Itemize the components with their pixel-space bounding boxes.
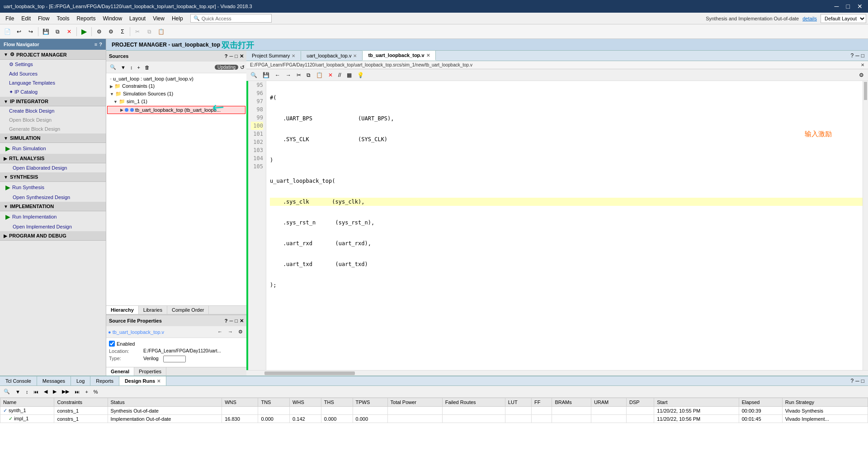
editor-cut-btn[interactable]: ✂ xyxy=(294,71,303,79)
editor-tab-project-summary[interactable]: Project Summary ✕ xyxy=(246,51,301,60)
editor-maximize-icon[interactable]: □ xyxy=(861,52,864,59)
nav-open-block-design[interactable]: Open Block Design xyxy=(0,115,106,124)
menu-window[interactable]: Window xyxy=(99,14,126,23)
nav-create-block-design[interactable]: Create Block Design xyxy=(0,106,106,115)
dr-prev-btn[interactable]: ◀ xyxy=(42,388,49,395)
nav-section-header-synthesis[interactable]: ▼ SYNTHESIS xyxy=(0,172,106,182)
editor-vscrollbar[interactable] xyxy=(863,81,868,370)
sources-tab-compile-order[interactable]: Compile Order xyxy=(167,306,209,314)
menu-flow[interactable]: Flow xyxy=(34,14,53,23)
tree-item-sim1[interactable]: ▼ 📁 sim_1 (1) xyxy=(106,98,246,105)
tree-item-sim-sources[interactable]: ▼ 📁 Simulation Sources (1) xyxy=(106,90,246,98)
minimize-button[interactable]: ─ xyxy=(833,3,841,10)
close-icon[interactable]: ✕ xyxy=(353,53,357,58)
bottom-tab-reports[interactable]: Reports xyxy=(90,376,119,385)
quick-access-input[interactable]: 🔍 Quick Access xyxy=(190,14,272,23)
cut-button[interactable]: ✂ xyxy=(132,26,143,37)
menu-help[interactable]: Help xyxy=(168,14,187,23)
editor-tab-uart-top[interactable]: uart_loopback_top.v ✕ xyxy=(301,51,363,60)
paste-button[interactable]: 📋 xyxy=(156,26,166,37)
bottom-help-icon[interactable]: ? xyxy=(851,378,854,384)
editor-hscrollbar[interactable] xyxy=(246,370,868,376)
editor-tab-tb-uart[interactable]: tb_uart_loopback_top.v ✕ xyxy=(363,51,435,61)
sfp-close-icon[interactable]: ✕ xyxy=(240,318,244,324)
tree-item-constraints[interactable]: ▶ 📁 Constraints (1) xyxy=(106,82,246,90)
sources-sort-btn[interactable]: ↕ xyxy=(128,64,135,71)
tree-item-tb-uart[interactable]: ▶ tb_uart_loopback_top (tb_uart_loopb... xyxy=(107,106,245,114)
close-path-icon[interactable]: ✕ xyxy=(861,62,864,67)
table-row-impl[interactable]: ✓ impl_1 constrs_1 Implementation Out-of… xyxy=(0,415,868,423)
table-row-synth[interactable]: ✓ synth_1 constrs_1 Synthesis Out-of-dat… xyxy=(0,407,868,415)
sources-minimize-icon[interactable]: ─ xyxy=(230,53,233,59)
nav-open-implemented-design[interactable]: Open Implemented Design xyxy=(0,222,106,231)
nav-open-elaborated-design[interactable]: Open Elaborated Design xyxy=(0,163,106,172)
tree-item-uart-loop[interactable]: ◦ u_uart_loop : uart_loop (uart_loop.v) xyxy=(106,75,246,82)
sources-tab-hierarchy[interactable]: Hierarchy xyxy=(106,306,139,314)
editor-block-btn[interactable]: ▦ xyxy=(344,71,354,79)
dr-last-btn[interactable]: ⏭ xyxy=(73,388,81,395)
menu-layout[interactable]: Layout xyxy=(126,14,149,23)
bottom-maximize-icon[interactable]: □ xyxy=(861,378,864,384)
sfp-prev-btn[interactable]: ← xyxy=(216,328,224,336)
nav-section-header-rtl-analysis[interactable]: ▶ RTL ANALYSIS xyxy=(0,154,106,163)
sources-close-icon[interactable]: ✕ xyxy=(240,53,244,59)
sfp-type-input[interactable] xyxy=(163,356,186,362)
sources-filter-btn[interactable]: ▼ xyxy=(119,64,127,71)
sources-delete-btn[interactable]: 🗑 xyxy=(143,64,151,71)
sources-add-btn[interactable]: + xyxy=(135,64,142,71)
nav-ip-catalog[interactable]: ✦ IP Catalog xyxy=(0,87,106,97)
bottom-tab-design-runs[interactable]: Design Runs ✕ xyxy=(119,376,166,385)
nav-run-synthesis[interactable]: ▶ Run Synthesis xyxy=(0,182,106,193)
sfp-maximize-icon[interactable]: □ xyxy=(235,318,238,323)
delete-button[interactable]: ✕ xyxy=(64,26,75,37)
dr-add-btn[interactable]: + xyxy=(83,388,90,395)
editor-comment-btn[interactable]: // xyxy=(336,71,344,79)
dr-percent-btn[interactable]: % xyxy=(92,388,100,395)
nav-settings[interactable]: ⚙ Settings xyxy=(0,60,106,69)
sfp-minimize-icon[interactable]: ─ xyxy=(230,318,233,323)
nav-add-sources[interactable]: Add Sources xyxy=(0,69,106,78)
sfp-tab-properties[interactable]: Properties xyxy=(134,367,166,376)
sfp-tab-general[interactable]: General xyxy=(106,367,134,376)
nav-section-header-project-manager[interactable]: ▼ ⚙ PROJECT MANAGER xyxy=(0,50,106,60)
editor-save-btn[interactable]: 💾 xyxy=(260,71,272,79)
sources-tab-libraries[interactable]: Libraries xyxy=(139,306,167,314)
sources-help-icon[interactable]: ? xyxy=(225,53,228,59)
editor-info-btn[interactable]: 💡 xyxy=(355,71,366,79)
menu-view[interactable]: View xyxy=(149,14,168,23)
bottom-tab-tcl[interactable]: Tcl Console xyxy=(0,376,37,385)
save-all-button[interactable]: ⧉ xyxy=(52,26,63,37)
sources-search-btn[interactable]: 🔍 xyxy=(108,63,118,71)
dr-search-btn[interactable]: 🔍 xyxy=(2,388,12,395)
nav-generate-block-design[interactable]: Generate Block Design xyxy=(0,124,106,133)
menu-reports[interactable]: Reports xyxy=(73,14,99,23)
dr-filter-btn[interactable]: ▼ xyxy=(14,388,22,395)
bottom-tab-log[interactable]: Log xyxy=(71,376,90,385)
settings-button[interactable]: ⚙ xyxy=(105,26,116,37)
bottom-tab-messages[interactable]: Messages xyxy=(37,376,71,385)
editor-forward-btn[interactable]: → xyxy=(283,71,293,79)
redo-button[interactable]: ↪ xyxy=(25,26,36,37)
nav-section-header-ip-integrator[interactable]: ▼ IP INTEGRATOR xyxy=(0,97,106,106)
close-icon[interactable]: ✕ xyxy=(157,379,160,384)
close-icon[interactable]: ✕ xyxy=(292,53,295,58)
editor-delete-btn[interactable]: ✕ xyxy=(326,71,335,79)
dr-play-btn[interactable]: ▶ xyxy=(51,388,58,395)
nav-language-templates[interactable]: Language Templates xyxy=(0,78,106,87)
menu-tools[interactable]: Tools xyxy=(53,14,73,23)
nav-section-header-implementation[interactable]: ▼ IMPLEMENTATION xyxy=(0,202,106,211)
dr-first-btn[interactable]: ⏮ xyxy=(32,388,40,395)
sfp-help-icon[interactable]: ? xyxy=(225,318,228,323)
editor-paste-btn[interactable]: 📋 xyxy=(314,71,325,79)
editor-hscroll-thumb[interactable] xyxy=(264,371,355,375)
nav-open-synthesized-design[interactable]: Open Synthesized Design xyxy=(0,193,106,202)
nav-run-implementation[interactable]: ▶ Run Implementation xyxy=(0,211,106,222)
sources-maximize-icon[interactable]: □ xyxy=(235,53,238,59)
maximize-button[interactable]: □ xyxy=(844,3,852,10)
editor-back-btn[interactable]: ← xyxy=(273,71,283,79)
menu-edit[interactable]: Edit xyxy=(18,14,34,23)
copy-button[interactable]: ⧉ xyxy=(144,26,155,37)
bottom-minimize-icon[interactable]: ─ xyxy=(855,378,859,384)
editor-settings-btn[interactable]: ⚙ xyxy=(857,71,866,79)
sfp-enabled-checkbox[interactable] xyxy=(109,341,115,347)
